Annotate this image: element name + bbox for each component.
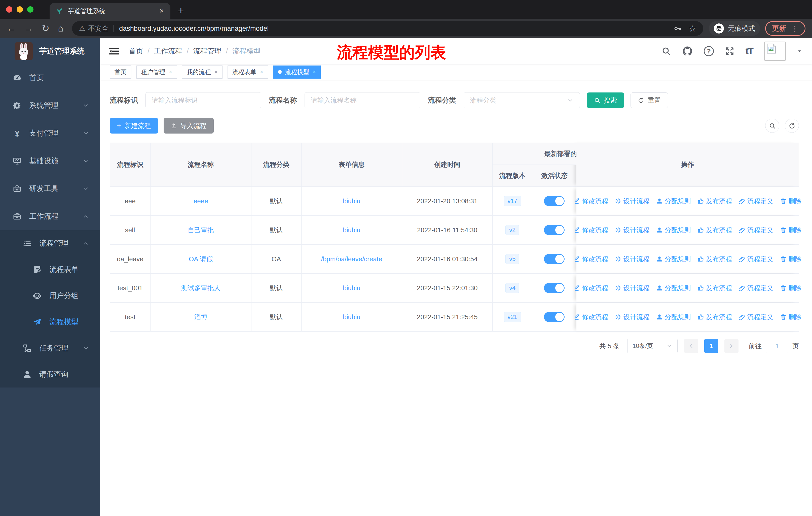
- tag-close-icon[interactable]: ×: [260, 69, 263, 75]
- browser-tab[interactable]: 芋道管理系统 ×: [50, 3, 170, 19]
- publish-process-link[interactable]: 发布流程: [697, 255, 732, 264]
- form-link[interactable]: /bpm/oa/leave/create: [321, 255, 382, 263]
- design-process-link[interactable]: 设计流程: [615, 313, 650, 322]
- search-icon[interactable]: [662, 46, 671, 56]
- github-icon[interactable]: [682, 46, 693, 56]
- breadcrumb-home[interactable]: 首页: [129, 46, 143, 56]
- tag-close-icon[interactable]: ×: [214, 69, 218, 75]
- sidebar-item-payment[interactable]: ¥ 支付管理: [0, 119, 100, 147]
- process-definition-link[interactable]: 流程定义: [739, 226, 774, 235]
- version-badge[interactable]: v2: [505, 225, 519, 235]
- model-name-link[interactable]: OA 请假: [189, 255, 213, 264]
- active-toggle[interactable]: [544, 283, 564, 293]
- design-process-link[interactable]: 设计流程: [615, 284, 650, 293]
- close-window-button[interactable]: [6, 6, 12, 12]
- back-button[interactable]: ←: [6, 23, 16, 34]
- edit-process-link[interactable]: 修改流程: [574, 313, 608, 322]
- tag-my-process[interactable]: 我的流程 ×: [182, 65, 223, 79]
- url-text[interactable]: dashboard.yudao.iocoder.cn/bpm/manager/m…: [119, 25, 668, 32]
- assign-rule-link[interactable]: 分配规则: [656, 255, 691, 264]
- model-name-link[interactable]: 测试多审批人: [181, 284, 221, 293]
- process-name-input[interactable]: [304, 92, 420, 108]
- delete-link[interactable]: 删除: [780, 197, 802, 206]
- bookmark-star-icon[interactable]: ☆: [689, 23, 696, 33]
- active-toggle[interactable]: [544, 196, 564, 206]
- assign-rule-link[interactable]: 分配规则: [656, 197, 691, 206]
- tag-tenant[interactable]: 租户管理 ×: [137, 65, 177, 79]
- model-name-link[interactable]: eeee: [194, 197, 208, 205]
- reload-button[interactable]: ↻: [42, 23, 49, 34]
- model-name-link[interactable]: 自己审批: [188, 226, 214, 235]
- delete-link[interactable]: 删除: [780, 226, 802, 235]
- sidebar-item-infra[interactable]: 基础设施: [0, 147, 100, 175]
- process-id-input[interactable]: [145, 92, 261, 108]
- sidebar-item-devtools[interactable]: 研发工具: [0, 175, 100, 202]
- tab-close-icon[interactable]: ×: [159, 7, 164, 15]
- category-select[interactable]: 流程分类: [464, 92, 580, 108]
- update-chip[interactable]: 更新 ⋮: [765, 21, 806, 36]
- sidebar-item-user-group[interactable]: 用户分组: [0, 283, 100, 309]
- version-badge[interactable]: v5: [505, 254, 519, 264]
- publish-process-link[interactable]: 发布流程: [697, 284, 732, 293]
- tag-process-form[interactable]: 流程表单 ×: [228, 65, 268, 79]
- tag-close-icon[interactable]: ×: [169, 69, 172, 75]
- home-button[interactable]: ⌂: [58, 23, 63, 34]
- edit-process-link[interactable]: 修改流程: [574, 255, 608, 264]
- caret-down-icon[interactable]: [797, 48, 803, 54]
- edit-process-link[interactable]: 修改流程: [574, 284, 608, 293]
- process-definition-link[interactable]: 流程定义: [739, 255, 774, 264]
- sidebar-item-task-management[interactable]: 任务管理: [0, 335, 100, 361]
- tag-process-model[interactable]: 流程模型 ×: [273, 65, 321, 79]
- forward-button[interactable]: →: [24, 23, 33, 34]
- sidebar-item-workflow[interactable]: 工作流程: [0, 202, 100, 230]
- search-button[interactable]: 搜索: [587, 92, 624, 108]
- publish-process-link[interactable]: 发布流程: [697, 313, 732, 322]
- version-badge[interactable]: v4: [505, 283, 519, 293]
- active-toggle[interactable]: [544, 225, 564, 235]
- form-link[interactable]: biubiu: [343, 313, 360, 321]
- active-toggle[interactable]: [544, 254, 564, 264]
- design-process-link[interactable]: 设计流程: [615, 255, 650, 264]
- active-toggle[interactable]: [544, 312, 564, 322]
- form-link[interactable]: biubiu: [343, 226, 360, 234]
- breadcrumb-process-management[interactable]: 流程管理: [193, 46, 222, 56]
- breadcrumb-workflow[interactable]: 工作流程: [154, 46, 182, 56]
- zoom-window-button[interactable]: [27, 6, 33, 12]
- address-bar[interactable]: ⚠ 不安全 dashboard.yudao.iocoder.cn/bpm/man…: [72, 21, 703, 36]
- design-process-link[interactable]: 设计流程: [615, 197, 650, 206]
- sidebar-item-system[interactable]: 系统管理: [0, 92, 100, 119]
- import-process-button[interactable]: 导入流程: [164, 118, 214, 134]
- assign-rule-link[interactable]: 分配规则: [656, 313, 691, 322]
- tag-home[interactable]: 首页: [110, 65, 132, 79]
- show-search-button[interactable]: [765, 119, 779, 133]
- prev-page-button[interactable]: [684, 339, 698, 353]
- design-process-link[interactable]: 设计流程: [615, 226, 650, 235]
- assign-rule-link[interactable]: 分配规则: [656, 284, 691, 293]
- browser-menu-icon[interactable]: ⋮: [791, 24, 799, 33]
- minimize-window-button[interactable]: [17, 6, 23, 12]
- sidebar-item-process-form[interactable]: 流程表单: [0, 256, 100, 283]
- help-icon[interactable]: ?: [704, 46, 714, 56]
- form-link[interactable]: biubiu: [343, 197, 360, 205]
- sidebar-item-process-model[interactable]: 流程模型: [0, 309, 100, 335]
- create-process-button[interactable]: + 新建流程: [110, 118, 158, 134]
- delete-link[interactable]: 删除: [780, 284, 802, 293]
- goto-page-input[interactable]: [766, 338, 788, 353]
- assign-rule-link[interactable]: 分配规则: [656, 226, 691, 235]
- next-page-button[interactable]: [724, 339, 738, 353]
- sidebar-item-leave-query[interactable]: 请假查询: [0, 361, 100, 387]
- new-tab-button[interactable]: +: [178, 5, 184, 17]
- delete-link[interactable]: 删除: [780, 255, 802, 264]
- refresh-table-button[interactable]: [785, 119, 799, 133]
- process-definition-link[interactable]: 流程定义: [739, 313, 774, 322]
- avatar[interactable]: [764, 42, 786, 61]
- sidebar-item-process-management[interactable]: 流程管理: [0, 230, 100, 256]
- reset-button[interactable]: 重置: [631, 92, 668, 108]
- security-label[interactable]: 不安全: [88, 24, 109, 33]
- text-size-icon[interactable]: tT: [746, 46, 753, 56]
- version-badge[interactable]: v21: [504, 312, 521, 322]
- current-page[interactable]: 1: [704, 339, 718, 353]
- publish-process-link[interactable]: 发布流程: [697, 226, 732, 235]
- sidebar-fold-icon[interactable]: [109, 47, 120, 56]
- version-badge[interactable]: v17: [504, 196, 521, 206]
